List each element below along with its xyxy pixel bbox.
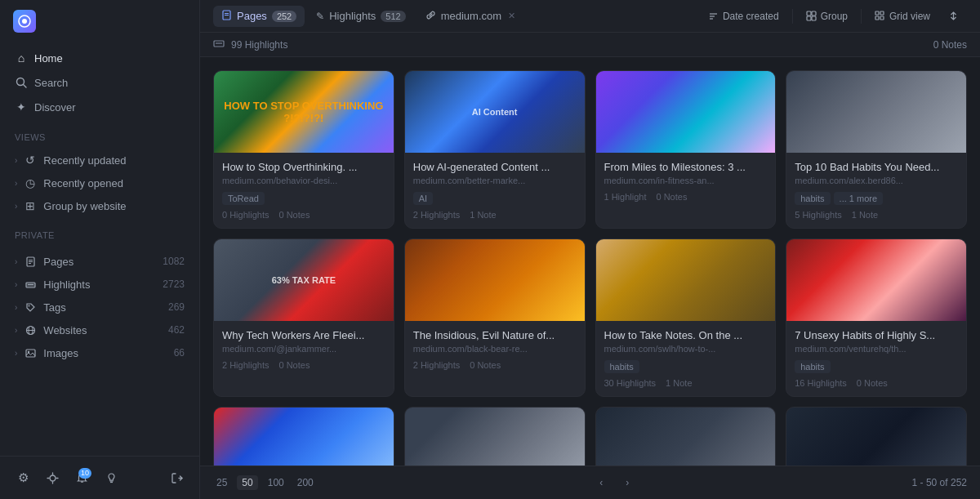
chevron-icon-3: › [15,202,17,211]
svg-rect-35 [812,16,816,20]
card-tag: habits [795,360,830,373]
card-6[interactable]: The Insidious, Evil Nature of... medium.… [404,238,586,397]
group-button[interactable]: Group [798,7,856,26]
card-body: 7 Unsexy Habits of Highly S... medium.co… [786,321,966,396]
logo [0,0,199,42]
grid-view-button[interactable]: Grid view [866,7,938,26]
sidebar-item-discover[interactable]: ✦ Discover [7,95,193,119]
prev-page-button[interactable]: ‹ [591,473,611,492]
settings-button[interactable]: ⚙ [10,465,36,491]
svg-rect-38 [875,16,879,20]
card-tags: habits... 1 more [795,192,958,205]
card-10[interactable]: How Older Generation Does... medium.com/… [404,407,586,466]
card-thumbnail [596,408,776,466]
websites-icon [24,323,37,336]
sidebar-item-pages[interactable]: › Pages 1082 [7,250,193,273]
tab-pages[interactable]: Pages 252 [213,6,305,27]
card-title: How AI-generated Content ... [413,161,577,173]
svg-line-3 [24,85,27,88]
card-body: Top 10 Bad Habits You Need... medium.com… [786,153,966,228]
card-stats: 2 Highlights 0 Notes [413,360,577,370]
notification-badge: 10 [78,468,91,479]
sort-button[interactable] [940,7,967,25]
card-url: medium.com/in-fitness-an... [604,176,768,185]
page-size-100[interactable]: 100 [265,475,287,490]
sidebar-item-recently-updated[interactable]: › ↺ Recently updated [7,149,193,172]
card-body: Why Tech Workers Are Fleei... medium.com… [214,321,394,378]
svg-rect-37 [880,11,884,15]
sidebar-footer: ⚙ 10 [0,456,199,499]
notifications-button[interactable]: 10 [69,465,95,491]
sidebar-item-discover-label: Discover [34,101,76,114]
bulb-button[interactable] [98,465,124,491]
card-8[interactable]: 7 Unsexy Habits of Highly S... medium.co… [786,238,967,397]
highlights-count: 2723 [163,278,185,290]
tab-medium-close[interactable]: ✕ [508,11,515,21]
card-url: medium.com/behavior-desi... [222,176,385,185]
sidebar-item-images[interactable]: › Images 66 [7,341,193,364]
card-highlights: 5 Highlights [795,210,841,220]
card-url: medium.com/swlh/how-to-... [604,344,768,354]
sidebar-item-recently-opened[interactable]: › ◷ Recently opened [7,172,193,194]
notes-filter: 0 Notes [933,39,967,51]
sidebar-item-tags[interactable]: › Tags 269 [7,296,193,319]
card-tag: ... 1 more [834,192,883,205]
card-title: How to Stop Overthinking. ... [222,161,385,173]
topbar-actions: Date created Group [700,7,967,26]
thumb-overlay-text: AI Content [405,71,585,153]
card-11[interactable]: 0 Psychology Books to Und... medium.com/… [595,407,777,466]
pages-chevron: › [15,257,17,266]
tab-highlights-label: Highlights [329,10,376,22]
page-size-50[interactable]: 50 [237,475,257,490]
logout-button[interactable] [163,465,189,491]
card-thumbnail: HOW TO STOP OVERTHINKING ?!?!?!?! [214,71,394,153]
card-url: medium.com/venturehq/th... [795,344,958,354]
card-12[interactable]: Why can I no longer sit with... medium.c… [786,407,967,466]
svg-rect-36 [875,11,879,15]
card-1[interactable]: HOW TO STOP OVERTHINKING ?!?!?!?! How to… [213,70,394,229]
svg-point-17 [50,475,56,481]
highlights-bar: 99 Highlights 0 Notes [200,33,980,57]
theme-button[interactable] [39,465,65,491]
highlights-bar-label: 99 Highlights [231,39,287,51]
card-url: medium.com/better-marke... [413,176,577,185]
websites-label: Websites [43,324,87,336]
topbar: Pages 252 ✎ Highlights 512 medium.com ✕ [200,0,980,33]
app-logo [13,10,36,33]
card-2[interactable]: AI Content How AI-generated Content ... … [404,70,586,229]
card-5[interactable]: 63% TAX RATE Why Tech Workers Are Fleei.… [213,238,394,397]
content-area: HOW TO STOP OVERTHINKING ?!?!?!?! How to… [200,57,980,466]
page-size-25[interactable]: 25 [213,475,230,490]
card-url: medium.com/black-bear-re... [413,344,577,354]
sidebar-item-group-by-website[interactable]: › ⊞ Group by website [7,194,193,217]
tab-highlights[interactable]: ✎ Highlights 512 [308,6,413,26]
card-title: Top 10 Bad Habits You Need... [795,161,958,173]
card-url: medium.com/alex.berd86... [795,176,958,185]
card-highlights: 16 Highlights [795,378,847,388]
card-notes: 0 Notes [278,360,310,370]
card-stats: 2 Highlights 0 Notes [222,360,385,370]
card-url: medium.com/@jankammer... [222,344,385,354]
home-icon: ⌂ [15,51,28,65]
tab-pages-badge: 252 [272,11,296,22]
next-page-button[interactable]: › [617,473,637,492]
card-tags: habits [604,360,768,373]
card-4[interactable]: Top 10 Bad Habits You Need... medium.com… [786,70,967,229]
card-notes: 0 Notes [470,360,501,370]
card-9[interactable]: Google Wants to Get Rid of... medium.com… [213,407,394,466]
card-7[interactable]: How to Take Notes. On the ... medium.com… [595,238,777,397]
card-title: The Insidious, Evil Nature of... [413,329,577,341]
topbar-divider-1 [792,9,793,24]
search-icon [15,76,28,89]
card-stats: 5 Highlights 1 Note [795,210,958,220]
sidebar-item-home[interactable]: ⌂ Home [7,46,193,70]
date-created-button[interactable]: Date created [700,7,787,26]
tab-medium[interactable]: medium.com ✕ [417,6,523,27]
page-size-200[interactable]: 200 [294,475,317,490]
sidebar-item-highlights[interactable]: › Highlights 2723 [7,273,193,296]
card-3[interactable]: From Miles to Milestones: 3 ... medium.c… [595,70,777,229]
tags-chevron: › [15,303,17,312]
sidebar-item-search[interactable]: Search [7,70,193,95]
highlights-bar-icon [213,38,225,51]
sidebar-item-websites[interactable]: › Websites 462 [7,319,193,341]
